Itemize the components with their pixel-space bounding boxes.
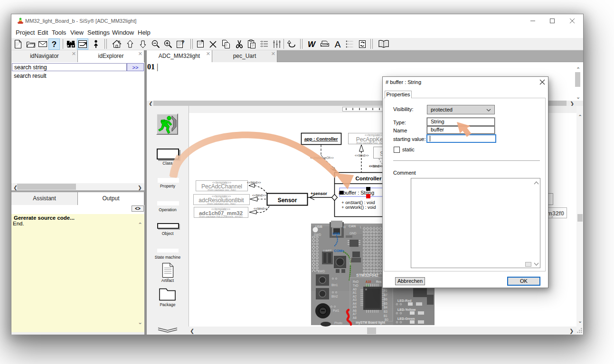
svg-text:<<bind>>: <<bind>> — [252, 194, 266, 197]
svg-text:A0: A0 — [353, 288, 357, 291]
svg-text:SWD: SWD — [318, 270, 325, 273]
svg-text:(from package pec_Adc): (from package pec_Adc) — [207, 202, 236, 205]
svg-text:A10: A10 — [366, 280, 371, 283]
svg-text:Btn1: Btn1 — [331, 283, 338, 287]
svg-text:+sensor: +sensor — [311, 191, 327, 196]
svg-text:LED-Green: LED-Green — [397, 317, 415, 320]
svg-text:A1: A1 — [353, 291, 357, 294]
svg-text:B5: B5 — [384, 302, 387, 305]
svg-text:Photo: Photo — [334, 321, 342, 325]
svg-text:Sensor: Sensor — [278, 197, 297, 204]
svg-text:COMx: COMx — [334, 249, 344, 253]
svg-text:Controller: Controller — [356, 176, 382, 181]
svg-text:A2: A2 — [353, 295, 357, 298]
svg-text:<<bind>>: <<bind>> — [369, 165, 383, 168]
svg-text:LED-Red: LED-Red — [397, 299, 412, 302]
svg-text:A7: A7 — [353, 312, 357, 316]
svg-text:A5: A5 — [353, 305, 357, 308]
svg-text:A6: A6 — [353, 309, 357, 312]
svg-text:mySTM Board light: mySTM Board light — [356, 321, 386, 325]
svg-text:TxD: TxD — [353, 284, 359, 287]
svg-text:GND: GND — [350, 232, 357, 235]
svg-text:A3: A3 — [353, 298, 357, 301]
svg-text:USB: USB — [332, 232, 340, 236]
svg-text:<<instanceOf>>: <<instanceOf>> — [310, 156, 334, 159]
svg-text:Pot1: Pot1 — [333, 309, 340, 312]
svg-text:H: H — [343, 225, 346, 229]
svg-text:(from package pec_Adc): (from package pec_Adc) — [208, 188, 236, 191]
svg-text:?: ? — [181, 39, 185, 45]
svg-text:SWD: SWD — [314, 233, 321, 236]
svg-text:B6: B6 — [384, 298, 387, 301]
svg-text:STM32F042: STM32F042 — [356, 273, 378, 278]
svg-text:B3: B3 — [384, 310, 387, 313]
svg-text:(from package Adc1Channels_stm: (from package Adc1Channels_stm32) — [199, 215, 243, 218]
svg-text:B1: B1 — [384, 314, 387, 317]
svg-text:B4: B4 — [384, 306, 387, 309]
svg-text:A4: A4 — [353, 302, 357, 305]
svg-text:L: L — [360, 225, 362, 229]
svg-text:RxD: RxD — [353, 280, 359, 283]
svg-text:Btn2: Btn2 — [331, 295, 338, 298]
svg-text:+ onWork() : void: + onWork() : void — [341, 205, 376, 210]
svg-text:W: W — [308, 40, 316, 49]
svg-text:LED-Yellow: LED-Yellow — [397, 308, 416, 311]
svg-text:F0: F0 — [384, 289, 387, 292]
svg-text:?: ? — [52, 40, 57, 49]
svg-text:<<bind>>: <<bind>> — [355, 154, 369, 157]
svg-text:<<bind>>: <<bind>> — [247, 181, 261, 184]
svg-text:Res: Res — [376, 280, 382, 283]
svg-text:B7: B7 — [384, 293, 387, 297]
svg-text:Reset: Reset — [349, 258, 352, 265]
svg-text:CAN: CAN — [349, 224, 356, 228]
svg-text:<<bind>>: <<bind>> — [254, 207, 268, 210]
svg-text:A: A — [335, 39, 341, 49]
svg-text:A8: A8 — [353, 316, 357, 319]
svg-text:A9: A9 — [366, 284, 370, 287]
svg-text:app : Controller: app : Controller — [304, 136, 338, 141]
svg-text:B0: B0 — [385, 318, 388, 321]
svg-text:(f: (f — [551, 215, 553, 218]
